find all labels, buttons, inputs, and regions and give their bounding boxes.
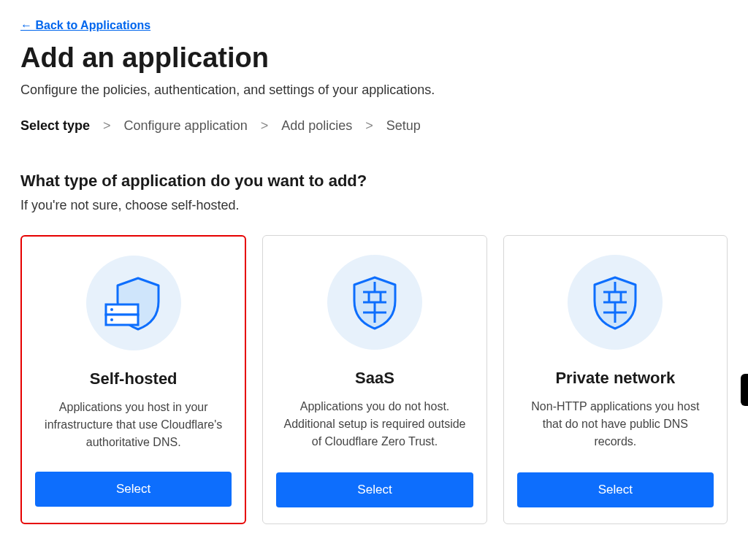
select-private-network-button[interactable]: Select — [517, 472, 714, 507]
breadcrumb-step-setup: Setup — [386, 118, 421, 134]
chevron-right-icon: > — [103, 118, 111, 134]
shield-wall-icon — [568, 255, 663, 350]
shield-server-icon — [86, 256, 181, 350]
select-self-hosted-button[interactable]: Select — [35, 472, 232, 507]
side-tab[interactable] — [741, 374, 748, 406]
select-saas-button[interactable]: Select — [276, 472, 473, 507]
card-title: Self-hosted — [90, 369, 178, 388]
chevron-right-icon: > — [365, 118, 373, 134]
back-to-applications-link[interactable]: ← Back to Applications — [20, 19, 150, 31]
card-private-network: Private network Non-HTTP applications yo… — [503, 235, 728, 524]
shield-wall-icon — [327, 255, 422, 350]
chevron-right-icon: > — [261, 118, 269, 134]
card-title: SaaS — [355, 369, 394, 388]
card-title: Private network — [555, 369, 675, 388]
svg-point-2 — [110, 308, 113, 311]
breadcrumb-step-configure: Configure application — [124, 118, 248, 134]
section-title: What type of application do you want to … — [20, 172, 728, 191]
type-cards: Self-hosted Applications you host in you… — [20, 235, 728, 524]
svg-point-3 — [110, 318, 113, 321]
breadcrumb-step-policies: Add policies — [281, 118, 352, 134]
card-self-hosted: Self-hosted Applications you host in you… — [20, 235, 246, 524]
page-title: Add an application — [20, 42, 728, 74]
card-description: Applications you do not host. Additional… — [276, 398, 473, 459]
breadcrumb-step-select-type[interactable]: Select type — [20, 118, 90, 134]
card-description: Non-HTTP applications you host that do n… — [517, 398, 714, 459]
page-subtitle: Configure the policies, authentication, … — [20, 83, 728, 98]
breadcrumb: Select type > Configure application > Ad… — [20, 118, 728, 134]
card-saas: SaaS Applications you do not host. Addit… — [262, 235, 486, 524]
section-hint: If you're not sure, choose self-hosted. — [20, 198, 728, 213]
card-description: Applications you host in your infrastruc… — [35, 399, 232, 459]
